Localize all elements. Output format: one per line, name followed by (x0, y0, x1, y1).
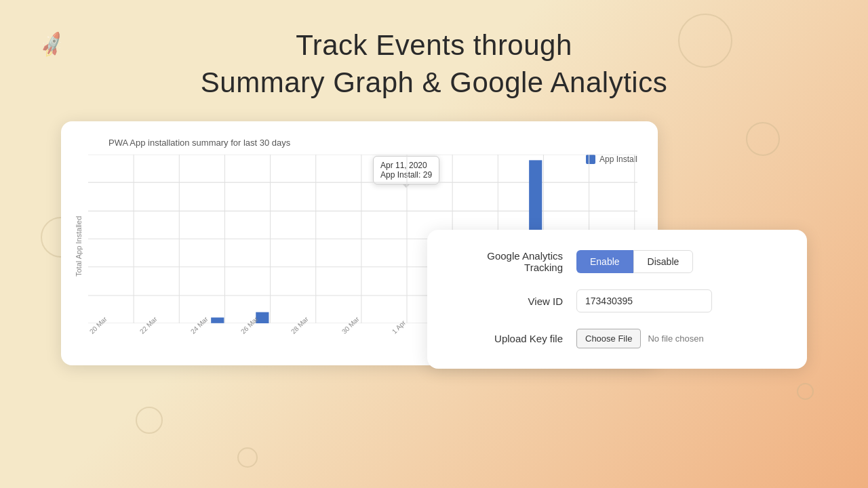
headline-line2: Summary Graph & Google Analytics (201, 64, 667, 102)
disable-button[interactable]: Disable (633, 250, 694, 273)
page-content: Track Events through Summary Graph & Goo… (0, 0, 868, 488)
headline-line1: Track Events through (201, 27, 667, 64)
enable-button[interactable]: Enable (576, 250, 633, 273)
upload-row: Upload Key file Choose File No file chos… (454, 329, 780, 348)
cards-area: PWA App installation summary for last 30… (61, 121, 807, 447)
view-id-input[interactable] (576, 289, 712, 312)
no-file-text: No file chosen (648, 333, 703, 344)
upload-label: Upload Key file (454, 333, 576, 344)
view-id-control (576, 289, 780, 312)
headline: Track Events through Summary Graph & Goo… (201, 27, 667, 101)
tracking-toggle-group: Enable Disable (576, 250, 780, 273)
analytics-card: Google Analytics Tracking Enable Disable… (427, 230, 807, 369)
tracking-label: Google Analytics Tracking (454, 250, 576, 273)
file-upload-control: Choose File No file chosen (576, 329, 780, 348)
choose-file-button[interactable]: Choose File (576, 329, 641, 348)
chart-title: PWA App installation summary for last 30… (108, 138, 637, 148)
view-id-label: View ID (454, 296, 576, 307)
y-axis-label: Total App Installed (75, 155, 88, 338)
tracking-row: Google Analytics Tracking Enable Disable (454, 250, 780, 273)
view-id-row: View ID (454, 289, 780, 312)
svg-rect-26 (211, 318, 224, 323)
